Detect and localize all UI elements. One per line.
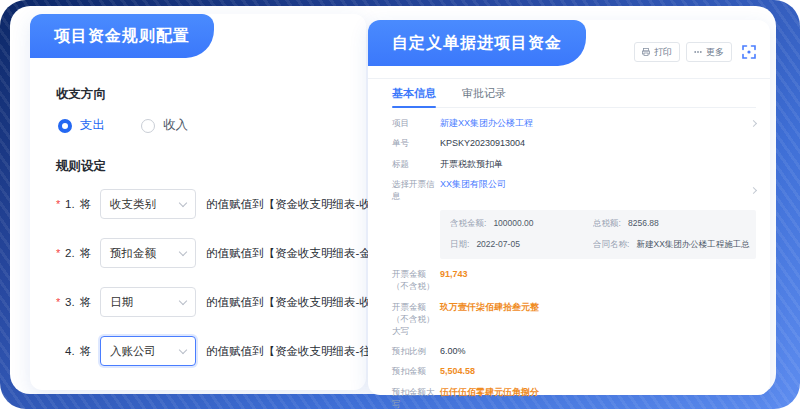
- direction-radio-group: 支出 收入: [58, 117, 350, 134]
- radio-unselected-icon: [141, 119, 155, 133]
- print-button-label: 打印: [654, 46, 672, 59]
- chevron-down-icon: [179, 198, 187, 206]
- more-button-label: 更多: [706, 46, 724, 59]
- field-label: 预扣金额: [392, 365, 440, 378]
- summary-value: 8256.88: [628, 218, 659, 230]
- doc-no-value: KPSKY20230913004: [440, 137, 525, 150]
- fullscreen-icon[interactable]: [741, 44, 757, 60]
- required-asterisk: *: [56, 198, 65, 210]
- chevron-down-icon: [179, 345, 187, 353]
- summary-value: 新建XX集团办公楼工程施工总承包合同: [636, 239, 750, 251]
- summary-label: 总税额:: [593, 218, 621, 230]
- rule-3-field-select[interactable]: 日期: [100, 287, 196, 317]
- custom-document-panel: 自定义单据进项目资金 打印 更多 基本信息 审批记录 项目 新建XX集团办公楼工…: [368, 20, 770, 395]
- rule-1-field-select[interactable]: 收支类别: [100, 189, 196, 219]
- field-label: 开票金额（不含税）: [392, 268, 440, 293]
- radio-expense[interactable]: 支出: [58, 117, 105, 134]
- summary-contract: 合同名称: 新建XX集团办公楼工程施工总承包合同: [593, 239, 750, 251]
- printer-icon: [642, 48, 650, 56]
- title-value: 开票税款预扣单: [440, 158, 503, 171]
- custom-document-panel-title: 自定义单据进项目资金: [368, 20, 586, 66]
- rule-row-2: * 2. 将 预扣金额 的值赋值到【资金收支明细表-金额】中: [56, 238, 350, 268]
- project-link[interactable]: 新建XX集团办公楼工程: [440, 117, 533, 130]
- rule-number: 4.: [65, 345, 75, 357]
- row-withhold-ratio: 预扣比例 6.00%: [392, 345, 756, 358]
- tab-approval-record[interactable]: 审批记录: [462, 79, 506, 107]
- rule-row-1: * 1. 将 收支类别 的值赋值到【资金收支明细表-收支类别】中: [56, 189, 350, 219]
- rule-4-select-value: 入账公司: [110, 344, 156, 359]
- rule-2-select-value: 预扣金额: [110, 246, 156, 261]
- radio-income-label: 收入: [163, 117, 188, 134]
- more-button[interactable]: 更多: [686, 42, 732, 62]
- rule-number: 1.: [65, 198, 75, 210]
- field-label: 单号: [392, 137, 440, 150]
- tab-bar: 基本信息 审批记录: [392, 79, 756, 108]
- withhold-amount-caps-value: 伍仟伍佰零肆元伍角捌分: [440, 386, 539, 399]
- field-label: 标题: [392, 158, 440, 171]
- required-asterisk: *: [56, 247, 65, 259]
- field-label: 预扣金额大写: [392, 386, 440, 409]
- row-withhold-amount: 预扣金额 5,504.58: [392, 365, 756, 378]
- rule-1-select-value: 收支类别: [110, 197, 156, 212]
- amount-ex-tax-caps-value: 玖万壹仟柒佰肆拾叁元整: [440, 301, 539, 314]
- rule-number: 2.: [65, 247, 75, 259]
- row-doc-no: 单号 KPSKY20230913004: [392, 137, 756, 150]
- rule-config-panel: 项目资金规则配置 收支方向 支出 收入 规则设定 * 1. 将 收支类别 的值赋…: [30, 14, 366, 390]
- print-button[interactable]: 打印: [634, 42, 680, 62]
- radio-income[interactable]: 收入: [141, 117, 188, 134]
- row-withhold-amount-caps: 预扣金额大写 伍仟伍佰零肆元伍角捌分: [392, 386, 756, 409]
- field-label: 开票金额（不含税）大写: [392, 301, 440, 338]
- field-label: 项目: [392, 117, 440, 130]
- rule-word-set: 将: [80, 246, 92, 261]
- radio-selected-icon: [58, 119, 72, 133]
- summary-label: 日期:: [450, 239, 469, 251]
- more-dots-icon: [694, 48, 702, 56]
- rules-section-title: 规则设定: [56, 158, 350, 175]
- summary-date: 日期: 2022-07-05: [450, 239, 589, 251]
- rule-3-select-value: 日期: [110, 295, 133, 310]
- rule-row-4: 4. 将 入账公司 的值赋值到【资金收支明细表-往来单位】中: [56, 336, 350, 366]
- chevron-right-icon[interactable]: [743, 121, 756, 126]
- chevron-down-icon: [179, 247, 187, 255]
- invoice-summary-box: 含税金额: 100000.00 总税额: 8256.88 日期: 2022-07…: [440, 210, 756, 259]
- radio-expense-label: 支出: [80, 117, 105, 134]
- row-title: 标题 开票税款预扣单: [392, 158, 756, 171]
- summary-label: 含税金额:: [450, 218, 486, 230]
- row-project: 项目 新建XX集团办公楼工程: [392, 117, 756, 130]
- field-label: 选择开票信息: [392, 178, 440, 203]
- invoice-info-link[interactable]: XX集团有限公司: [440, 178, 506, 191]
- rule-2-field-select[interactable]: 预扣金额: [100, 238, 196, 268]
- row-amount-ex-tax: 开票金额（不含税） 91,743: [392, 268, 756, 293]
- summary-tax-incl: 含税金额: 100000.00: [450, 218, 589, 230]
- panel-toolbar: 打印 更多: [634, 42, 757, 62]
- summary-value: 100000.00: [493, 218, 533, 230]
- field-label: 预扣比例: [392, 345, 440, 358]
- rule-4-field-select[interactable]: 入账公司: [100, 336, 196, 366]
- direction-section-title: 收支方向: [56, 86, 350, 103]
- rule-word-set: 将: [80, 295, 92, 310]
- detail-rows: 项目 新建XX集团办公楼工程 单号 KPSKY20230913004 标题 开票…: [392, 117, 756, 409]
- row-invoice-info: 选择开票信息 XX集团有限公司: [392, 178, 756, 203]
- rule-row-3: * 3. 将 日期 的值赋值到【资金收支明细表-收支日期】中: [56, 287, 350, 317]
- chevron-down-icon: [179, 296, 187, 304]
- rule-number: 3.: [65, 296, 75, 308]
- chevron-right-icon[interactable]: [743, 188, 756, 193]
- summary-label: 合同名称:: [593, 239, 629, 251]
- rule-word-set: 将: [80, 197, 92, 212]
- amount-ex-tax-value: 91,743: [440, 268, 468, 281]
- rule-word-set: 将: [80, 344, 92, 359]
- withhold-amount-value: 5,504.58: [440, 365, 475, 378]
- tab-basic-info[interactable]: 基本信息: [392, 79, 436, 107]
- summary-value: 2022-07-05: [476, 239, 519, 251]
- required-asterisk: *: [56, 296, 65, 308]
- row-amount-ex-tax-caps: 开票金额（不含税）大写 玖万壹仟柒佰肆拾叁元整: [392, 301, 756, 338]
- rule-config-panel-title: 项目资金规则配置: [30, 14, 214, 58]
- summary-tax-total: 总税额: 8256.88: [593, 218, 750, 230]
- withhold-ratio-value: 6.00%: [440, 345, 466, 358]
